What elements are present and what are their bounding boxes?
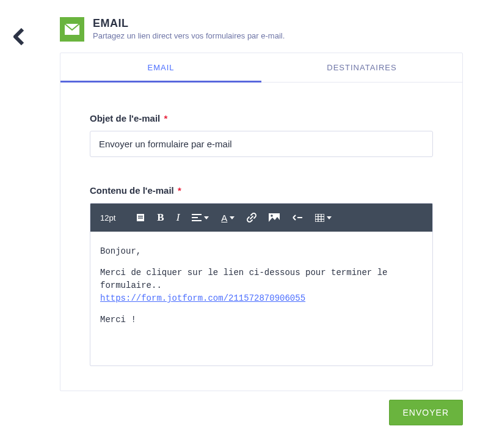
- toolbar-fontsize[interactable]: 12pt: [94, 204, 130, 232]
- tab-recipients[interactable]: DESTINATAIRES: [261, 53, 462, 82]
- toolbar-align[interactable]: [186, 204, 215, 232]
- required-mark: *: [164, 113, 167, 123]
- toolbar-fontsize-value: 12pt: [100, 213, 115, 222]
- chevron-left-icon: [13, 28, 24, 45]
- send-button[interactable]: ENVOYER: [389, 400, 463, 425]
- table-icon: [315, 214, 324, 222]
- code-icon: [292, 214, 303, 221]
- italic-icon: I: [176, 211, 180, 224]
- toolbar-formats[interactable]: [130, 204, 151, 232]
- editor-content[interactable]: Bonjour, Merci de cliquer sur le lien ci…: [90, 232, 432, 365]
- svg-rect-10: [315, 214, 324, 222]
- content-label: Contenu de l'e-mail *: [90, 185, 433, 196]
- align-left-icon: [192, 214, 202, 221]
- toolbar-textcolor[interactable]: A: [215, 204, 241, 232]
- formats-icon: [136, 213, 145, 222]
- rich-editor: 12pt B I: [90, 203, 433, 366]
- toolbar-bold[interactable]: B: [151, 204, 170, 232]
- content-closing: Merci !: [100, 314, 423, 326]
- editor-toolbar: 12pt B I: [90, 204, 432, 232]
- content-greeting: Bonjour,: [100, 245, 423, 258]
- svg-rect-2: [138, 216, 143, 217]
- chevron-down-icon: [204, 216, 209, 219]
- tab-email-label: EMAIL: [147, 63, 174, 72]
- email-panel: EMAIL DESTINATAIRES Objet de l'e-mail * …: [60, 53, 463, 391]
- send-button-label: ENVOYER: [403, 408, 449, 417]
- email-icon: [60, 17, 84, 42]
- content-label-text: Contenu de l'e-mail: [90, 185, 174, 196]
- page-header: EMAIL Partagez un lien direct vers vos f…: [0, 0, 480, 42]
- svg-rect-9: [297, 217, 302, 218]
- subject-input[interactable]: [90, 131, 433, 157]
- svg-point-8: [271, 215, 274, 217]
- toolbar-table[interactable]: [309, 204, 338, 232]
- toolbar-italic[interactable]: I: [170, 204, 186, 232]
- textcolor-icon: A: [221, 213, 227, 223]
- content-body: Merci de cliquer sur le lien ci-dessous …: [100, 266, 423, 305]
- chevron-down-icon: [230, 216, 235, 219]
- page-title: EMAIL: [93, 17, 285, 30]
- image-icon: [269, 213, 280, 222]
- form-link[interactable]: https://form.jotform.com/211572870906055: [100, 293, 305, 303]
- link-icon: [247, 213, 256, 222]
- svg-rect-5: [192, 217, 198, 218]
- toolbar-code[interactable]: [286, 204, 309, 232]
- subject-label: Objet de l'e-mail *: [90, 113, 433, 123]
- svg-rect-3: [138, 218, 143, 219]
- tab-bar: EMAIL DESTINATAIRES: [60, 53, 462, 83]
- content-body-text: Merci de cliquer sur le lien ci-dessous …: [100, 268, 387, 290]
- page-subtitle: Partagez un lien direct vers vos formula…: [93, 31, 285, 40]
- tab-recipients-label: DESTINATAIRES: [327, 63, 396, 72]
- svg-rect-6: [192, 220, 202, 221]
- bold-icon: B: [157, 211, 164, 224]
- toolbar-image[interactable]: [263, 204, 286, 232]
- required-mark: *: [178, 185, 181, 196]
- svg-rect-4: [192, 214, 202, 215]
- toolbar-link[interactable]: [241, 204, 263, 232]
- back-button[interactable]: [13, 28, 24, 48]
- tab-email[interactable]: EMAIL: [60, 53, 261, 82]
- chevron-down-icon: [327, 216, 332, 219]
- subject-label-text: Objet de l'e-mail: [90, 113, 160, 123]
